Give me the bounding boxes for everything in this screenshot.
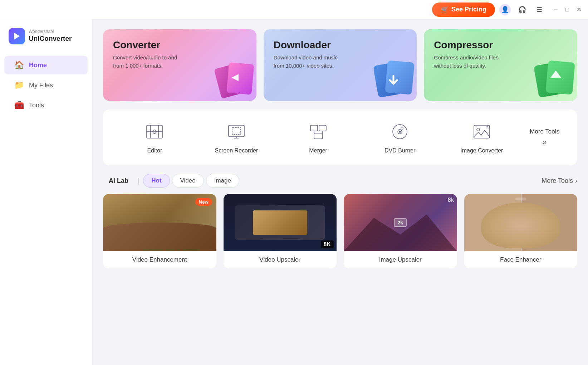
logo-icon bbox=[9, 28, 25, 44]
compressor-icon bbox=[531, 54, 577, 101]
new-badge: New bbox=[195, 198, 212, 206]
video-upscaler-thumb: 8K bbox=[224, 194, 337, 251]
ailab-header: AI Lab | Hot Video Image More Tools › bbox=[103, 174, 577, 188]
more-tools-label: More Tools bbox=[530, 128, 559, 135]
main-content: Converter Convert video/audio to and fro… bbox=[92, 19, 588, 365]
svg-rect-4 bbox=[385, 60, 415, 95]
converter-icon bbox=[210, 54, 256, 101]
headset-icon[interactable]: 🎧 bbox=[516, 4, 528, 15]
svg-rect-18 bbox=[319, 125, 326, 131]
tool-card-video-enhancement[interactable]: New Video Enhancement bbox=[103, 194, 216, 268]
files-icon: 📁 bbox=[14, 81, 24, 90]
compressor-card[interactable]: Compressor Compress audio/video files wi… bbox=[424, 29, 577, 101]
tool-item-editor[interactable]: Editor bbox=[114, 118, 196, 157]
svg-rect-19 bbox=[314, 133, 323, 139]
tools-icon: 🧰 bbox=[14, 101, 24, 110]
more-tools-link[interactable]: More Tools › bbox=[542, 177, 577, 185]
logo-text: Wondershare UniConverter bbox=[29, 29, 72, 43]
tab-hot[interactable]: Hot bbox=[143, 174, 170, 188]
titlebar: 🛒 See Pricing 👤 🎧 ☰ ─ □ ✕ bbox=[0, 0, 588, 19]
tool-cards-grid: New Video Enhancement bbox=[103, 194, 577, 268]
tool-item-image-converter[interactable]: Image Converter bbox=[441, 118, 523, 157]
downloader-card[interactable]: Downloader Download video and music from… bbox=[264, 29, 417, 101]
merger-icon bbox=[308, 121, 329, 142]
screen-recorder-label: Screen Recorder bbox=[215, 147, 258, 154]
image-upscaler-thumb: 2k 8k bbox=[344, 194, 457, 251]
downloader-title: Downloader bbox=[274, 39, 407, 51]
menu-icon[interactable]: ☰ bbox=[534, 4, 545, 15]
ailab-title: AI Lab bbox=[103, 174, 134, 188]
logo-area: Wondershare UniConverter bbox=[0, 28, 92, 54]
ailab-tabs: AI Lab | Hot Video Image bbox=[103, 174, 239, 188]
svg-rect-14 bbox=[232, 127, 241, 135]
converter-card[interactable]: Converter Convert video/audio to and fro… bbox=[103, 29, 256, 101]
more-tools-button[interactable]: More Tools » bbox=[523, 125, 567, 150]
see-pricing-label: See Pricing bbox=[451, 6, 486, 13]
sidebar-item-tools-label: Tools bbox=[29, 102, 44, 109]
svg-point-27 bbox=[401, 127, 403, 129]
image-upscaler-label: Image Upscaler bbox=[344, 251, 457, 268]
compressor-title: Compressor bbox=[434, 39, 567, 51]
video-enhancement-thumb: New bbox=[103, 194, 216, 251]
image-converter-label: Image Converter bbox=[460, 147, 503, 154]
top-cards: Converter Convert video/audio to and fro… bbox=[103, 29, 577, 101]
svg-rect-17 bbox=[310, 125, 318, 131]
video-upscaler-label: Video Upscaler bbox=[224, 251, 337, 268]
tools-section: Editor Screen Recorder bbox=[103, 110, 577, 165]
downloader-desc: Download video and music from 10,000+ vi… bbox=[274, 54, 345, 70]
ailab-section: AI Lab | Hot Video Image More Tools › Ne… bbox=[103, 174, 577, 268]
double-chevron-right-icon: » bbox=[542, 137, 547, 147]
svg-rect-13 bbox=[229, 125, 244, 137]
sidebar-item-home[interactable]: 🏠 Home bbox=[4, 56, 88, 74]
merger-label: Merger bbox=[309, 147, 327, 154]
more-tools-link-label: More Tools bbox=[542, 177, 573, 185]
face-enhancer-label: Face Enhancer bbox=[464, 251, 578, 268]
image-converter-icon bbox=[471, 121, 493, 142]
svg-point-29 bbox=[477, 128, 480, 131]
app-name: UniConverter bbox=[29, 34, 72, 43]
app-body: Wondershare UniConverter 🏠 Home 📁 My Fil… bbox=[0, 19, 588, 365]
sidebar-item-home-label: Home bbox=[29, 62, 47, 69]
video-enhancement-label: Video Enhancement bbox=[103, 251, 216, 268]
titlebar-icons: 👤 🎧 ☰ bbox=[499, 4, 545, 15]
tool-card-face-enhancer[interactable]: Face Enhancer bbox=[464, 194, 578, 268]
sidebar-item-my-files[interactable]: 📁 My Files bbox=[4, 76, 88, 94]
dvd-burner-label: DVD Burner bbox=[384, 147, 415, 154]
compressor-desc: Compress audio/video files without loss … bbox=[434, 54, 505, 70]
tool-item-merger[interactable]: Merger bbox=[277, 118, 359, 157]
dvd-burner-icon bbox=[389, 121, 411, 142]
user-avatar-icon[interactable]: 👤 bbox=[499, 4, 511, 15]
editor-icon bbox=[144, 121, 165, 142]
sidebar: Wondershare UniConverter 🏠 Home 📁 My Fil… bbox=[0, 19, 92, 365]
maximize-button[interactable]: □ bbox=[564, 6, 571, 13]
face-enhancer-thumb bbox=[464, 194, 578, 251]
sidebar-item-my-files-label: My Files bbox=[29, 82, 53, 89]
tab-video[interactable]: Video bbox=[172, 174, 204, 188]
tool-card-video-upscaler[interactable]: 8K Video Upscaler bbox=[224, 194, 337, 268]
downloader-icon bbox=[370, 54, 417, 101]
home-icon: 🏠 bbox=[14, 60, 24, 70]
minimize-button[interactable]: ─ bbox=[552, 6, 559, 13]
converter-title: Converter bbox=[113, 39, 246, 51]
tool-item-screen-recorder[interactable]: Screen Recorder bbox=[196, 118, 278, 157]
cart-icon: 🛒 bbox=[441, 6, 449, 14]
tools-grid: Editor Screen Recorder bbox=[114, 118, 567, 157]
brand-name: Wondershare bbox=[29, 29, 72, 35]
screen-recorder-icon bbox=[226, 121, 247, 142]
sidebar-item-tools[interactable]: 🧰 Tools bbox=[4, 96, 88, 115]
tab-image[interactable]: Image bbox=[206, 174, 239, 188]
tab-divider: | bbox=[136, 177, 141, 185]
svg-marker-0 bbox=[14, 33, 20, 40]
window-controls: ─ □ ✕ bbox=[552, 6, 582, 13]
editor-label: Editor bbox=[147, 147, 162, 154]
tool-card-image-upscaler[interactable]: 2k 8k Image Upscaler bbox=[344, 194, 457, 268]
chevron-right-icon: › bbox=[575, 177, 577, 185]
see-pricing-button[interactable]: 🛒 See Pricing bbox=[432, 3, 495, 17]
close-button[interactable]: ✕ bbox=[575, 6, 582, 13]
converter-desc: Convert video/audio to and from 1,000+ f… bbox=[113, 54, 185, 70]
svg-point-26 bbox=[399, 131, 401, 132]
svg-rect-2 bbox=[226, 62, 254, 95]
tool-item-dvd-burner[interactable]: DVD Burner bbox=[359, 118, 441, 157]
svg-rect-28 bbox=[474, 125, 490, 138]
